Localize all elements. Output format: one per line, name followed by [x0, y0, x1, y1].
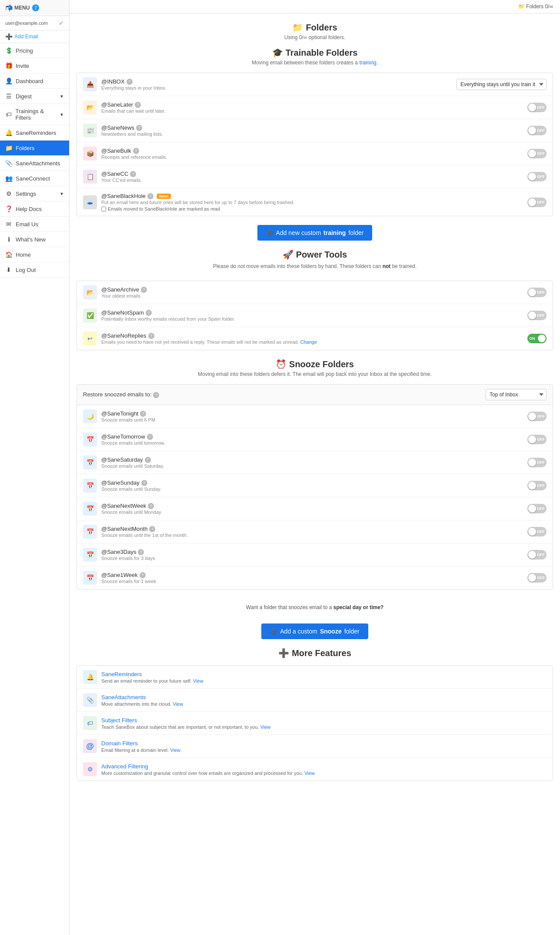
sanenextweek-toggle-track[interactable]: OFF: [527, 504, 547, 513]
add-training-folder-button[interactable]: ➕ Add new custom training folder: [257, 225, 373, 241]
sanesaturday-help-icon[interactable]: ?: [145, 457, 151, 463]
sanenews-help-icon[interactable]: ?: [136, 125, 142, 131]
sanetonight-toggle-track[interactable]: OFF: [527, 412, 547, 421]
sanetonight-folder-icon: 🌙: [83, 409, 97, 423]
sanenoreplies-toggle[interactable]: ON: [527, 334, 547, 343]
sidebar-item-folders[interactable]: 📁 Folders: [0, 141, 69, 156]
mf-domain-filters-name[interactable]: Domain Filters: [101, 740, 547, 747]
mf-subject-filters-name[interactable]: Subject Filters: [101, 717, 547, 724]
sanenotspam-toggle[interactable]: OFF: [527, 311, 547, 320]
sidebar-item-email-us[interactable]: ✉ Email Us: [0, 217, 69, 232]
inbox-dropdown[interactable]: Everything stays until you train it Smar…: [457, 79, 547, 90]
sanetomorrow-toggle-track[interactable]: OFF: [527, 435, 547, 444]
add-snooze-folder-button[interactable]: ➕ Add a custom Snooze folder: [261, 623, 368, 639]
sidebar-item-sane-connect[interactable]: 👥 SaneConnect: [0, 171, 69, 186]
sidebar-item-help-docs[interactable]: ❓ Help Docs: [0, 201, 69, 217]
sanebulk-toggle-track[interactable]: OFF: [527, 149, 547, 158]
sanenextmonth-help-icon[interactable]: ?: [149, 526, 155, 532]
sanetonight-help-icon[interactable]: ?: [140, 411, 146, 417]
sanesunday-toggle[interactable]: OFF: [527, 481, 547, 490]
sanenextweek-folder-desc: Snooze emails until Monday.: [101, 509, 523, 515]
snooze-restore-dropdown[interactable]: Top of Inbox Normal position: [486, 389, 547, 400]
sane1week-toggle-track[interactable]: OFF: [527, 573, 547, 583]
sanenews-toggle[interactable]: OFF: [527, 126, 547, 135]
sanesunday-toggle-label: OFF: [537, 483, 545, 488]
whats-new-icon: ℹ: [5, 236, 12, 243]
sidebar-item-dashboard[interactable]: 👤 Dashboard: [0, 74, 69, 89]
sidebar-item-pricing[interactable]: 💲 Pricing: [0, 43, 69, 58]
sanetomorrow-toggle[interactable]: OFF: [527, 435, 547, 444]
folder-row-sanenextmonth: 📅 @SaneNextMonth ? Snooze emails until t…: [77, 520, 553, 543]
sanenews-toggle-track[interactable]: OFF: [527, 126, 547, 135]
training-link[interactable]: training: [359, 60, 376, 66]
sanenextmonth-toggle[interactable]: OFF: [527, 527, 547, 536]
add-email-button[interactable]: ➕ Add Email: [0, 30, 69, 43]
add-email-icon: ➕: [5, 33, 13, 40]
sanesaturday-toggle-track[interactable]: OFF: [527, 458, 547, 467]
sidebar-item-home[interactable]: 🏠 Home: [0, 247, 69, 262]
sidebar-item-trainings-filters[interactable]: 🏷 Trainings & Filters ▼: [0, 104, 69, 125]
sidebar-item-invite[interactable]: 🎁 Invite: [0, 58, 69, 74]
sanetonight-toggle[interactable]: OFF: [527, 412, 547, 421]
invite-icon: 🎁: [5, 62, 12, 69]
sanenextweek-toggle-label: OFF: [537, 506, 545, 511]
sanesunday-help-icon[interactable]: ?: [141, 480, 147, 486]
sidebar-item-log-out[interactable]: ⬇ Log Out: [0, 262, 69, 278]
sanelater-toggle-track[interactable]: OFF: [527, 103, 547, 112]
sane3days-help-icon[interactable]: ?: [138, 549, 144, 555]
sanenoreplies-toggle-track[interactable]: ON: [527, 334, 547, 343]
snooze-folders-section: ⏰ Snooze Folders Moving email into these…: [77, 359, 553, 639]
power-tools-title: 🚀 Power Tools: [77, 249, 553, 260]
sidebar-item-settings[interactable]: ⚙ Settings ▼: [0, 186, 69, 201]
sidebar-item-whats-new[interactable]: ℹ What's New: [0, 232, 69, 247]
sanenextweek-help-icon[interactable]: ?: [148, 503, 154, 509]
saneblackhole-help-icon[interactable]: ?: [147, 193, 153, 199]
mf-advanced-filtering-view-link[interactable]: View: [304, 771, 315, 776]
mf-attachments-view-link[interactable]: View: [173, 701, 183, 707]
sanelater-help-icon[interactable]: ?: [135, 102, 141, 108]
sanetomorrow-help-icon[interactable]: ?: [147, 434, 153, 440]
sanebulk-help-icon[interactable]: ?: [133, 148, 139, 154]
sanecc-toggle[interactable]: OFF: [527, 172, 547, 181]
sanelater-toggle[interactable]: OFF: [527, 103, 547, 112]
sanesunday-folder-icon: 📅: [83, 479, 97, 493]
snooze-restore-help-icon[interactable]: ?: [153, 392, 159, 398]
sane3days-toggle[interactable]: OFF: [527, 550, 547, 560]
saneblackhole-checkbox[interactable]: [101, 207, 106, 211]
sidebar-item-digest[interactable]: ☰ Digest ▼: [0, 89, 69, 104]
sanesunday-toggle-track[interactable]: OFF: [527, 481, 547, 490]
mf-subject-filters-desc: Teach SaneBox about subjects that are im…: [101, 724, 547, 730]
sanenextweek-toggle[interactable]: OFF: [527, 504, 547, 513]
sanecc-toggle-track[interactable]: OFF: [527, 172, 547, 181]
sane3days-toggle-track[interactable]: OFF: [527, 550, 547, 560]
sanebulk-toggle[interactable]: OFF: [527, 149, 547, 158]
sanearchive-help-icon[interactable]: ?: [141, 287, 147, 293]
sanenoreplies-change-link[interactable]: Change: [300, 339, 317, 345]
inbox-help-icon[interactable]: ?: [127, 79, 133, 85]
mf-attachments-name[interactable]: SaneAttachments: [101, 694, 547, 700]
sane1week-help-icon[interactable]: ?: [140, 572, 146, 578]
settings-icon: ⚙: [5, 190, 12, 197]
sanenextmonth-toggle-track[interactable]: OFF: [527, 527, 547, 536]
notification-badge: 7: [32, 4, 39, 11]
sidebar-item-sane-reminders[interactable]: 🔔 SaneReminders: [0, 125, 69, 141]
settings-chevron-icon: ▼: [60, 191, 64, 196]
sidebar-item-sane-attachments[interactable]: 📎 SaneAttachments: [0, 156, 69, 171]
sanenoreplies-help-icon[interactable]: ?: [148, 333, 154, 339]
sane1week-toggle[interactable]: OFF: [527, 573, 547, 583]
saneblackhole-toggle[interactable]: OFF: [527, 198, 547, 207]
sanenotspam-toggle-track[interactable]: OFF: [527, 311, 547, 320]
sanearchive-toggle[interactable]: OFF: [527, 288, 547, 297]
mf-domain-filters-view-link[interactable]: View: [170, 747, 180, 753]
sanenotspam-help-icon[interactable]: ?: [146, 310, 152, 316]
saneblackhole-toggle-track[interactable]: OFF: [527, 198, 547, 207]
mf-reminders-view-link[interactable]: View: [193, 678, 203, 684]
sanesaturday-folder-desc: Snooze emails until Saturday.: [101, 463, 523, 469]
sanecc-help-icon[interactable]: ?: [130, 171, 136, 177]
sanenoreplies-toggle-knob: [538, 335, 546, 342]
mf-reminders-name[interactable]: SaneReminders: [101, 671, 547, 677]
mf-advanced-filtering-name[interactable]: Advanced Filtering: [101, 763, 547, 770]
mf-subject-filters-view-link[interactable]: View: [260, 724, 271, 730]
sanearchive-toggle-track[interactable]: OFF: [527, 288, 547, 297]
sanesaturday-toggle[interactable]: OFF: [527, 458, 547, 467]
